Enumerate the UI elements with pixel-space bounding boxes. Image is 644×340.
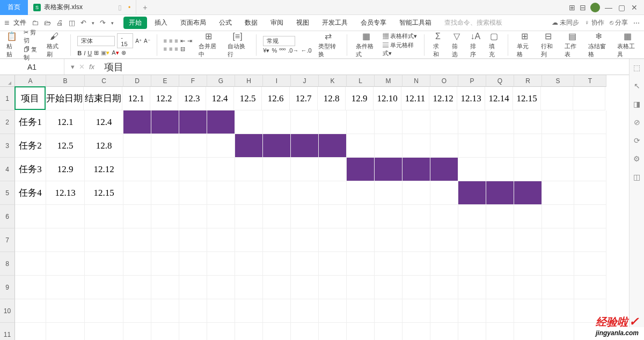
cell-L1[interactable]: 12.9 — [346, 87, 374, 110]
cell-O10[interactable] — [430, 299, 458, 323]
cell-M11[interactable] — [375, 323, 402, 340]
cell-K7[interactable] — [319, 228, 347, 252]
cell-I5[interactable] — [263, 181, 291, 205]
cell-A11[interactable] — [15, 323, 46, 340]
wrap-button[interactable]: [≡] 自动换行 — [225, 32, 250, 58]
cell-S11[interactable] — [542, 323, 574, 340]
cell-L11[interactable] — [347, 323, 375, 340]
cell-R5[interactable] — [514, 181, 542, 205]
col-header-F[interactable]: F — [179, 75, 207, 87]
col-header-T[interactable]: T — [574, 75, 606, 87]
cell-T1[interactable] — [573, 87, 605, 110]
search-input[interactable]: 查找命令、搜索模板 — [444, 18, 502, 27]
cell-E7[interactable] — [151, 228, 179, 252]
cell-N8[interactable] — [402, 252, 430, 276]
select-tool-icon[interactable]: ⬚ — [633, 63, 640, 72]
fill-color-button[interactable]: ▣▾ — [101, 49, 109, 56]
align-right-icon[interactable]: ≡ — [174, 46, 178, 52]
sort-button[interactable]: ↓A排序 — [468, 32, 482, 58]
row-header-1[interactable]: 1 — [0, 87, 15, 110]
cell-E2[interactable] — [151, 110, 179, 134]
fill-button[interactable]: ▢填充 — [487, 31, 501, 58]
cell-N11[interactable] — [402, 323, 430, 340]
paste-button[interactable]: 📋 粘贴 — [4, 31, 19, 58]
fx-icon[interactable]: fx — [89, 63, 94, 71]
currency-icon[interactable]: ¥▾ — [263, 47, 269, 54]
cell-T9[interactable] — [574, 276, 606, 299]
cell-G9[interactable] — [207, 276, 235, 299]
cell-R1[interactable]: 12.15 — [513, 87, 541, 110]
cell-P10[interactable] — [458, 299, 486, 323]
settings-icon[interactable]: ⚙ — [633, 154, 640, 163]
cell-L4[interactable] — [347, 158, 375, 181]
cell-T7[interactable] — [574, 228, 606, 252]
cell-E9[interactable] — [151, 276, 179, 299]
row-header-3[interactable]: 3 — [0, 134, 15, 158]
cell-O1[interactable]: 12.12 — [429, 87, 457, 110]
history-icon[interactable]: ⟳ — [634, 136, 640, 145]
sum-button[interactable]: Σ求和 — [431, 32, 445, 58]
file-menu[interactable]: 文件 — [13, 18, 26, 27]
cell-A2[interactable]: 任务1 — [15, 110, 46, 134]
cell-G7[interactable] — [207, 228, 235, 252]
cell-T8[interactable] — [574, 252, 606, 276]
cancel-icon[interactable]: ✕ — [79, 63, 85, 71]
cell-B8[interactable] — [46, 252, 85, 276]
cell-B7[interactable] — [46, 228, 85, 252]
save-icon[interactable]: 🗀 — [31, 19, 40, 27]
formatpaint-button[interactable]: 🖌 格式刷 — [45, 32, 64, 58]
cell-S7[interactable] — [542, 228, 574, 252]
cell-B5[interactable]: 12.13 — [46, 181, 85, 205]
cell-A3[interactable]: 任务2 — [15, 134, 46, 158]
cell-T5[interactable] — [574, 181, 606, 205]
col-header-G[interactable]: G — [207, 75, 235, 87]
col-header-M[interactable]: M — [375, 75, 402, 87]
cell-R6[interactable] — [514, 205, 542, 228]
cell-C5[interactable]: 12.15 — [85, 181, 123, 205]
cell-C3[interactable]: 12.8 — [85, 134, 123, 158]
cell-Q1[interactable]: 12.14 — [485, 87, 513, 110]
user-avatar[interactable] — [590, 3, 600, 12]
cell-I7[interactable] — [263, 228, 291, 252]
cell-J10[interactable] — [291, 299, 319, 323]
cell-O11[interactable] — [430, 323, 458, 340]
cell-D8[interactable] — [123, 252, 151, 276]
cell-D1[interactable]: 12.1 — [122, 87, 150, 110]
cell-B3[interactable]: 12.5 — [46, 134, 85, 158]
cell-D10[interactable] — [123, 299, 151, 323]
cell-K3[interactable] — [319, 134, 347, 158]
cellstyle-button[interactable]: ▤ 单元格样式▾ — [383, 41, 418, 57]
thousand-icon[interactable]: ººº — [279, 47, 286, 54]
cell-J7[interactable] — [291, 228, 319, 252]
cell-G4[interactable] — [207, 158, 235, 181]
col-header-P[interactable]: P — [458, 75, 486, 87]
row-header-10[interactable]: 10 — [0, 299, 15, 323]
cell-M2[interactable] — [375, 110, 402, 134]
cell-S9[interactable] — [542, 276, 574, 299]
cell-N5[interactable] — [402, 181, 430, 205]
col-header-D[interactable]: D — [123, 75, 151, 87]
cell-R10[interactable] — [514, 299, 542, 323]
cell-S4[interactable] — [542, 158, 574, 181]
cell-K9[interactable] — [319, 276, 347, 299]
cell-H9[interactable] — [235, 276, 263, 299]
cell-Q10[interactable] — [486, 299, 514, 323]
share-button[interactable]: ⎋ 分享 — [610, 18, 628, 27]
cell-S5[interactable] — [542, 181, 574, 205]
cell-J6[interactable] — [291, 205, 319, 228]
col-header-K[interactable]: K — [319, 75, 347, 87]
row-header-8[interactable]: 8 — [0, 252, 15, 276]
print-icon[interactable]: 🖨 — [55, 19, 64, 27]
cell-M1[interactable]: 12.10 — [374, 87, 401, 110]
cell-B9[interactable] — [46, 276, 85, 299]
col-header-B[interactable]: B — [46, 75, 85, 87]
cell-S3[interactable] — [542, 134, 574, 158]
cell-C10[interactable] — [85, 299, 123, 323]
cell-Q8[interactable] — [486, 252, 514, 276]
select-all-corner[interactable] — [0, 75, 15, 87]
cell-R4[interactable] — [514, 158, 542, 181]
cell-G1[interactable]: 12.4 — [206, 87, 234, 110]
cell-D3[interactable] — [123, 134, 151, 158]
cell-L7[interactable] — [347, 228, 375, 252]
formula-input[interactable]: 项目 — [101, 61, 123, 73]
